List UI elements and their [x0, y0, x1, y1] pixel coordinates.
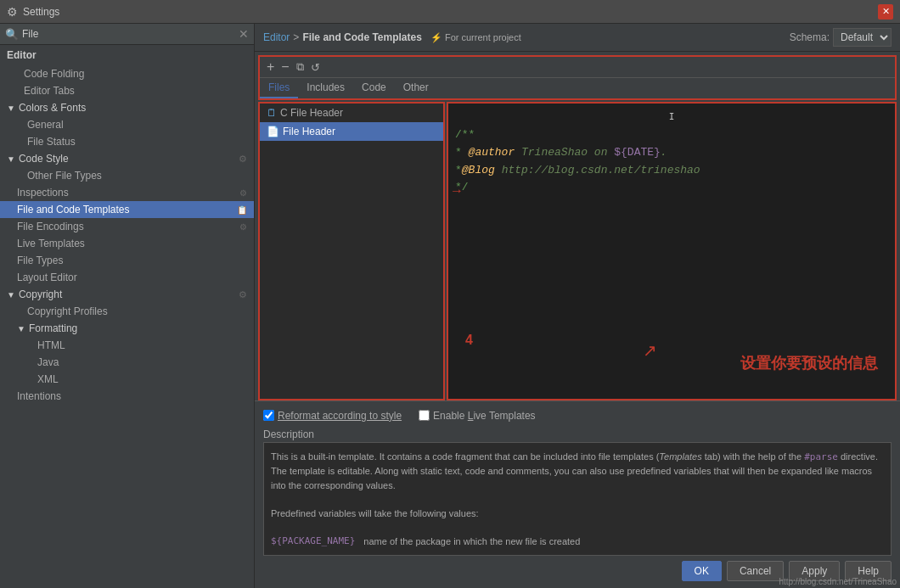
- sidebar-item-code-folding[interactable]: Code Folding: [0, 65, 254, 82]
- search-bar: 🔍 ✕: [0, 24, 254, 45]
- colors-fonts-label: Colors & Fonts: [19, 102, 86, 114]
- code-line-1: /**: [455, 126, 888, 144]
- c-file-header-label: C File Header: [280, 107, 343, 119]
- search-icon: 🔍: [5, 28, 19, 41]
- description-text-1: This is a built-in template. It contains…: [271, 450, 884, 493]
- arrow-icon-4: ▼: [17, 324, 25, 333]
- code-line-4: */: [455, 179, 888, 197]
- live-templates-label: Enable Live Templates: [433, 410, 536, 422]
- toolbar-tabs-container: + − ⧉ ↺ Files Includes Code Other ←: [258, 55, 897, 100]
- templates-panel: + − ⧉ ↺ Files Includes Code Other ←: [255, 52, 900, 588]
- formatting-label: Formatting: [29, 322, 77, 334]
- toolbar-annotated-box: + − ⧉ ↺ Files Includes Code Other: [258, 55, 897, 100]
- sidebar-item-file-code-templates[interactable]: File and Code Templates📋: [0, 201, 254, 218]
- reformat-checkbox-label[interactable]: Reformat according to style: [263, 410, 402, 422]
- schema-label: Schema:: [790, 31, 830, 43]
- description-label: Description: [263, 428, 892, 440]
- code-editor-panel[interactable]: I /** * @author TrineaShao on ${DATE}. *…: [447, 102, 897, 400]
- sidebar-item-file-status[interactable]: File Status: [0, 133, 254, 150]
- checkbox-row: Reformat according to style Enable Live …: [263, 406, 892, 425]
- var1-desc: name of the package in which the new fil…: [363, 535, 580, 549]
- sidebar-group-colors-fonts[interactable]: ▼ Colors & Fonts: [0, 99, 254, 116]
- c-file-icon: 🗒: [267, 107, 277, 119]
- sidebar-item-other-file-types[interactable]: Other File Types: [0, 167, 254, 184]
- file-list-panel: 🗒 C File Header 📄 File Header: [258, 102, 445, 400]
- sidebar-item-file-types[interactable]: File Types: [0, 252, 254, 269]
- live-templates-checkbox[interactable]: [419, 410, 430, 421]
- sidebar-item-layout-editor[interactable]: Layout Editor: [0, 269, 254, 286]
- sidebar-item-java[interactable]: Java: [0, 354, 254, 371]
- title-bar: ⚙ Settings ✕: [0, 0, 900, 24]
- annotation-arrow-code: ↗: [643, 340, 657, 361]
- cursor-indicator: I: [669, 111, 675, 122]
- file-list-item-c-header[interactable]: 🗒 C File Header: [260, 104, 443, 122]
- button-row: OK Cancel Apply Help: [263, 556, 892, 583]
- breadcrumb-current: File and Code Templates: [302, 31, 421, 43]
- annotation-number-4: 4: [465, 333, 473, 348]
- help-button[interactable]: Help: [845, 561, 892, 581]
- reformat-checkbox[interactable]: [263, 410, 274, 421]
- add-template-button[interactable]: +: [265, 59, 276, 75]
- breadcrumb-separator: >: [293, 31, 299, 43]
- settings-icon: ⚙: [7, 5, 18, 19]
- sidebar-item-html[interactable]: HTML: [0, 337, 254, 354]
- live-templates-checkbox-label[interactable]: Enable Live Templates: [419, 410, 536, 422]
- apply-button[interactable]: Apply: [789, 561, 840, 581]
- main-layout: 🔍 ✕ Editor Code Folding Editor Tabs ▼ Co…: [0, 24, 900, 588]
- search-clear-button[interactable]: ✕: [239, 27, 249, 41]
- sidebar-item-editor-tabs[interactable]: Editor Tabs: [0, 82, 254, 99]
- arrow-icon-2: ▼: [7, 154, 15, 164]
- sidebar-item-copyright-profiles[interactable]: Copyright Profiles: [0, 303, 254, 320]
- sidebar-item-file-encodings[interactable]: File Encodings⚙: [0, 218, 254, 235]
- code-style-label: Code Style: [19, 153, 69, 165]
- title-text: Settings: [23, 6, 873, 18]
- cancel-button[interactable]: Cancel: [727, 561, 784, 581]
- sidebar-group-formatting[interactable]: ▼ Formatting: [0, 320, 254, 337]
- reset-template-button[interactable]: ↺: [309, 61, 322, 74]
- editor-section-header: Editor: [0, 45, 254, 65]
- tabs-row: Files Includes Code Other: [260, 77, 895, 98]
- chinese-annotation: 设置你要预设的信息: [740, 353, 878, 373]
- sidebar-section-editor: Editor Code Folding Editor Tabs ▼ Colors…: [0, 45, 254, 405]
- remove-template-button[interactable]: −: [279, 59, 290, 75]
- breadcrumb-project: ⚡ For current project: [430, 32, 521, 43]
- sidebar-item-general[interactable]: General: [0, 116, 254, 133]
- sidebar: 🔍 ✕ Editor Code Folding Editor Tabs ▼ Co…: [0, 24, 255, 588]
- sidebar-group-code-style[interactable]: ▼ Code Style ⚙: [0, 150, 254, 167]
- tab-files[interactable]: Files: [260, 78, 298, 98]
- toolbar-row: + − ⧉ ↺: [260, 57, 895, 77]
- tab-other[interactable]: Other: [395, 78, 437, 98]
- search-input[interactable]: [22, 28, 235, 40]
- tab-code[interactable]: Code: [353, 78, 395, 98]
- tab-includes[interactable]: Includes: [298, 78, 353, 98]
- close-button[interactable]: ✕: [878, 4, 893, 20]
- middle-section: 🗒 C File Header 📄 File Header →: [255, 102, 900, 400]
- ok-button[interactable]: OK: [682, 561, 722, 581]
- code-line-2: * @author TrineaShao on ${DATE}.: [455, 144, 888, 162]
- var1-name: ${PACKAGE_NAME}: [271, 535, 355, 549]
- description-text-2: Predefined variables will take the follo…: [271, 507, 884, 521]
- header-row: Editor > File and Code Templates ⚡ For c…: [255, 24, 900, 52]
- reformat-label: Reformat according to style: [278, 410, 402, 422]
- bottom-section: Reformat according to style Enable Live …: [255, 400, 900, 589]
- breadcrumb-parent[interactable]: Editor: [263, 31, 290, 43]
- copy-template-button[interactable]: ⧉: [295, 60, 306, 74]
- file-header-icon: 📄: [267, 126, 279, 137]
- sidebar-item-xml[interactable]: XML: [0, 371, 254, 388]
- arrow-icon-3: ▼: [7, 290, 15, 300]
- description-box: This is a built-in template. It contains…: [263, 442, 892, 557]
- schema-dropdown[interactable]: Default: [833, 28, 892, 47]
- variable-row: ${PACKAGE_NAME} name of the package in w…: [271, 535, 884, 549]
- sidebar-item-inspections[interactable]: Inspections⚙: [0, 184, 254, 201]
- sidebar-item-live-templates[interactable]: Live Templates: [0, 235, 254, 252]
- sidebar-group-copyright[interactable]: ▼ Copyright ⚙: [0, 286, 254, 303]
- breadcrumb: Editor > File and Code Templates ⚡ For c…: [263, 31, 521, 43]
- code-content: I /** * @author TrineaShao on ${DATE}. *…: [448, 104, 895, 204]
- sidebar-item-intentions[interactable]: Intentions: [0, 388, 254, 405]
- file-header-label: File Header: [283, 126, 335, 137]
- schema-selector: Schema: Default: [790, 28, 892, 47]
- file-list-item-file-header[interactable]: 📄 File Header: [260, 122, 443, 141]
- code-line-3: *@Blog http://blog.csdn.net/trineshao: [455, 162, 888, 180]
- content-area: Editor > File and Code Templates ⚡ For c…: [255, 24, 900, 588]
- annotation-arrow-4: →: [450, 183, 464, 199]
